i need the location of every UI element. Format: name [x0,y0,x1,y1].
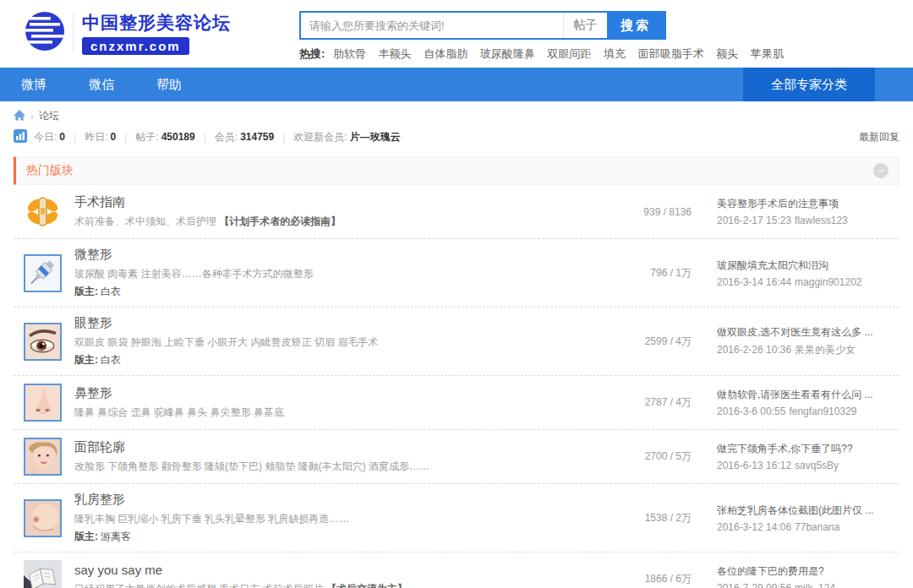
main-nav: 微博 微信 帮助 全部专家分类 [0,68,913,101]
breadcrumb-forum-link[interactable]: 论坛 [39,109,59,123]
hot-keyword[interactable]: 填充 [604,47,626,60]
forum-desc: 双眼皮 眼袋 肿眼泡 上睑下垂 小眼开大 内眦赘皮矫正 切眉 眉毛手术 [74,335,614,350]
latest-post-user[interactable]: maggin901202 [795,276,861,288]
search-area: 帖子 搜索 热搜: 肋软骨 丰额头 自体脂肪 玻尿酸隆鼻 双眼间距 填充 面部吸… [299,10,793,62]
nav-item-help[interactable]: 帮助 [135,68,203,101]
latest-post-link[interactable]: 张柏芝乳房各体位截图(此图片仅 ... [717,504,896,518]
hot-keyword[interactable]: 自体脂肪 [424,47,467,60]
stat-divider: | [204,132,206,144]
forum-count: 2599 / 4万 [614,335,692,349]
latest-post-link[interactable]: 美容整形手术后的注意事项 [717,197,896,211]
site-logo[interactable]: 中国整形美容论坛 cnzxmr.com [24,10,286,56]
stat-members: 会员:314759 [215,130,274,144]
globe-stripes-icon [24,10,66,56]
hot-search-label: 热搜: [299,47,325,60]
bar-chart-icon [14,129,27,145]
forum-link[interactable]: 微整形 [74,247,112,263]
moderator-link[interactable]: 白衣 [101,286,121,297]
stat-today: 今日:0 [34,130,65,144]
latest-post-link[interactable]: 做肋软骨,请张医生看看有什么问 ... [717,388,896,402]
face-icon[interactable] [24,438,62,476]
search-box: 帖子 搜索 [299,11,666,40]
logo-divider [73,14,74,52]
nav-item-wechat[interactable]: 微信 [68,68,135,101]
hot-keyword[interactable]: 肋软骨 [333,47,366,60]
collapse-button[interactable]: − [873,163,888,178]
forum-link[interactable]: 手术指南 [74,194,125,210]
latest-reply-link[interactable]: 最新回复 [859,130,899,144]
nav-item-weibo[interactable]: 微博 [0,68,68,101]
hot-keyword[interactable]: 额头 [716,47,738,60]
forum-link[interactable]: 眼整形 [74,315,112,331]
latest-post-link[interactable]: 玻尿酸填充太阳穴和泪沟 [717,259,896,273]
forum-row: 手术指南 术前准备、术中须知、术后护理 【计划手术者的必读指南】 939 / 8… [14,185,899,239]
search-input[interactable] [301,13,563,38]
latest-post-meta: 2016-3-12 14:0677banana [717,521,896,533]
forum-moderator: 版主:白衣 [74,353,614,368]
hot-keyword[interactable]: 丰额头 [379,47,412,60]
site-domain: cnzxmr.com [82,37,189,55]
latest-post-user[interactable]: 77banana [795,521,839,533]
stat-divider: | [282,132,285,144]
site-name: 中国整形美容论坛 [82,11,231,35]
moderator-link[interactable]: 游离客 [101,531,131,542]
forum-count: 1538 / 2万 [614,511,692,525]
latest-post-user[interactable]: savq5sBy [795,460,839,471]
forum-desc: 改脸形 下颌角整形 颧骨整形 隆颏(垫下巴) 颊脂垫 隆颞(丰太阳穴) 酒窝成形… [74,460,614,474]
hot-search-bar: 热搜: 肋软骨 丰额头 自体脂肪 玻尿酸隆鼻 双眼间距 填充 面部吸脂手术 额头… [299,46,793,62]
forum-row: 眼整形 双眼皮 眼袋 肿眼泡 上睑下垂 小眼开大 内眦赘皮矫正 切眉 眉毛手术 … [14,308,899,376]
guide-flower-icon[interactable] [24,193,62,231]
forum-desc: 隆乳丰胸 巨乳缩小 乳房下垂 乳头乳晕整形 乳房缺损再造…… [74,512,614,526]
forum-row: say you say me 已经积累了大量原创的术后感想 手术日志 术前术后照… [14,553,899,588]
latest-post-link[interactable]: 各位的隆下巴的费用是? [717,564,896,579]
breadcrumb: › 论坛 [0,101,913,126]
latest-post-link[interactable]: 做完下颌角手术,你下垂了吗?? [717,442,896,456]
home-icon[interactable] [14,110,25,123]
latest-post-meta: 2016-3-6 00:55fengfan910329 [717,406,896,417]
latest-post-user[interactable]: 呆呆的美少女 [795,344,856,356]
forum-desc: 隆鼻 鼻综合 歪鼻 驼峰鼻 鼻头 鼻尖整形 鼻基底 [74,406,614,420]
latest-post-user[interactable]: flawless123 [795,215,848,226]
latest-post-meta: 2016-7-29 09:56milk_124 [717,582,896,588]
forum-desc: 玻尿酸 肉毒素 注射美容……各种非手术方式的微整形 [74,267,614,281]
stats-bar: 今日:0 | 昨日:0 | 帖子:450189 | 会员:314759 | 欢迎… [0,126,913,152]
latest-post-link[interactable]: 做双眼皮,选不对医生竟有这么多 ... [717,325,896,340]
latest-post-meta: 2016-2-17 15:23flawless123 [717,215,896,226]
forum-link[interactable]: 鼻整形 [74,385,112,401]
forum-list: 手术指南 术前准备、术中须知、术后护理 【计划手术者的必读指南】 939 / 8… [14,185,899,588]
eye-icon[interactable] [24,323,62,361]
forum-link[interactable]: 乳房整形 [74,492,125,508]
forum-desc: 术前准备、术中须知、术后护理 【计划手术者的必读指南】 [74,215,614,229]
syringe-icon[interactable] [24,254,62,292]
search-button[interactable]: 搜索 [607,13,664,38]
forum-count: 1866 / 6万 [614,572,692,586]
moderator-link[interactable]: 白衣 [101,354,121,366]
forum-link[interactable]: 面部轮廓 [74,439,125,455]
stat-divider: | [74,132,76,144]
hot-keyword[interactable]: 玻尿酸隆鼻 [480,47,535,60]
nose-icon[interactable] [24,384,62,422]
latest-post-meta: 2016-2-26 10:36呆呆的美少女 [717,343,896,357]
forum-row: 微整形 玻尿酸 肉毒素 注射美容……各种非手术方式的微整形 版主:白衣 796 … [14,239,899,308]
forum-row: 乳房整形 隆乳丰胸 巨乳缩小 乳房下垂 乳头乳晕整形 乳房缺损再造…… 版主:游… [14,484,899,553]
forum-link[interactable]: say you say me [74,563,162,577]
latest-post-meta: 2016-3-14 16:44maggin901202 [717,276,896,288]
stat-divider: | [124,132,127,144]
forum-row: 鼻整形 隆鼻 鼻综合 歪鼻 驼峰鼻 鼻头 鼻尖整形 鼻基底 2787 / 4万 … [14,376,899,430]
stat-yesterday: 昨日:0 [85,130,116,144]
forum-count: 2700 / 5万 [614,449,692,464]
expert-categories-button[interactable]: 全部专家分类 [743,68,875,101]
forum-count: 796 / 1万 [614,266,692,280]
notebook-icon[interactable] [24,560,62,588]
hot-keyword[interactable]: 面部吸脂手术 [638,47,704,60]
latest-post-user[interactable]: fengfan910329 [789,406,856,417]
hot-keyword[interactable]: 苹果肌 [751,47,784,60]
search-scope-select[interactable]: 帖子 [563,13,607,38]
forum-moderator: 版主:白衣 [74,285,614,299]
site-header: 中国整形美容论坛 cnzxmr.com 帖子 搜索 热搜: 肋软骨 丰额头 自体… [0,0,913,68]
breadcrumb-separator: › [30,112,34,122]
breast-icon[interactable] [24,499,62,537]
latest-post-user[interactable]: milk_124 [795,582,835,588]
forum-row: 面部轮廓 改脸形 下颌角整形 颧骨整形 隆颏(垫下巴) 颊脂垫 隆颞(丰太阳穴)… [14,430,899,484]
hot-keyword[interactable]: 双眼间距 [547,47,591,60]
